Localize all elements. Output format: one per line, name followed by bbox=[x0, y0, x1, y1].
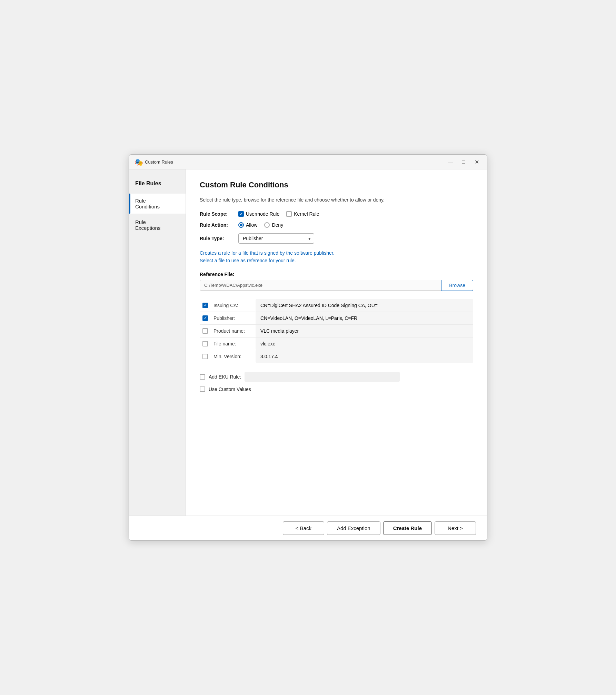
publisher-label: Publisher: bbox=[211, 312, 256, 324]
issuing-ca-label: Issuing CA: bbox=[211, 299, 256, 312]
allow-radio-item[interactable]: Allow bbox=[238, 222, 257, 228]
table-row: ✓ Min. Version: 3.0.17.4 bbox=[200, 350, 473, 363]
issuing-ca-checkbox[interactable]: ✓ bbox=[202, 303, 208, 308]
content-area: File Rules RuleConditions RuleExceptions… bbox=[129, 169, 487, 516]
app-icon: 🎭 bbox=[135, 158, 142, 166]
product-name-checkbox[interactable]: ✓ bbox=[202, 328, 208, 334]
product-name-label: Product name: bbox=[211, 324, 256, 337]
table-row: ✓ Product name: VLC media player bbox=[200, 324, 473, 337]
min-version-value: 3.0.17.4 bbox=[256, 350, 473, 363]
deny-radio-item[interactable]: Deny bbox=[264, 222, 283, 228]
usermode-label: Usermode Rule bbox=[246, 211, 279, 217]
rule-action-label: Rule Action: bbox=[200, 222, 234, 228]
rule-type-select[interactable]: Publisher Hash File Path bbox=[238, 233, 314, 244]
min-version-checkbox[interactable]: ✓ bbox=[202, 354, 208, 359]
sidebar-item-label: RuleExceptions bbox=[135, 219, 160, 231]
reference-file-label: Reference File: bbox=[200, 272, 473, 277]
back-button[interactable]: < Back bbox=[283, 521, 324, 535]
titlebar: 🎭 Custom Rules — □ ✕ bbox=[129, 155, 487, 169]
rule-action-radios: Allow Deny bbox=[238, 222, 283, 228]
table-row: ✓ Publisher: CN=VideoLAN, O=VideoLAN, L=… bbox=[200, 312, 473, 324]
publisher-check-cell[interactable]: ✓ bbox=[200, 312, 211, 324]
usermode-checkbox[interactable]: ✓ bbox=[238, 211, 244, 217]
add-eku-row: ✓ Add EKU Rule: bbox=[200, 372, 473, 382]
titlebar-controls: — □ ✕ bbox=[446, 158, 481, 166]
table-row: ✓ Issuing CA: CN=DigiCert SHA2 Assured I… bbox=[200, 299, 473, 312]
table-row: ✓ File name: vlc.exe bbox=[200, 337, 473, 350]
issuing-ca-value: CN=DigiCert SHA2 Assured ID Code Signing… bbox=[256, 299, 473, 312]
sidebar-item-rule-conditions[interactable]: RuleConditions bbox=[129, 194, 186, 214]
sidebar-item-rule-exceptions[interactable]: RuleExceptions bbox=[129, 215, 186, 235]
sidebar-section-title: File Rules bbox=[129, 178, 186, 192]
use-custom-checkbox[interactable]: ✓ bbox=[200, 386, 205, 392]
rule-type-row: Rule Type: Publisher Hash File Path ▾ bbox=[200, 233, 473, 244]
min-version-check-cell[interactable]: ✓ bbox=[200, 350, 211, 363]
sidebar: File Rules RuleConditions RuleExceptions bbox=[129, 169, 186, 516]
reference-file-input[interactable] bbox=[200, 280, 441, 291]
product-name-value: VLC media player bbox=[256, 324, 473, 337]
info-line1: Creates a rule for a file that is signed… bbox=[200, 250, 335, 256]
kernel-checkbox[interactable]: ✓ bbox=[286, 211, 292, 217]
add-exception-button[interactable]: Add Exception bbox=[327, 521, 380, 535]
reference-file-row: Browse bbox=[200, 280, 473, 291]
main-window: 🎭 Custom Rules — □ ✕ File Rules RuleCond… bbox=[129, 154, 487, 541]
info-line2: Select a file to use as reference for yo… bbox=[200, 258, 296, 263]
browse-button[interactable]: Browse bbox=[441, 280, 473, 291]
publisher-value: CN=VideoLAN, O=VideoLAN, L=Paris, C=FR bbox=[256, 312, 473, 324]
use-custom-label: Use Custom Values bbox=[209, 386, 251, 392]
usermode-checkmark: ✓ bbox=[240, 212, 243, 216]
close-button[interactable]: ✕ bbox=[472, 158, 481, 166]
file-name-checkbox[interactable]: ✓ bbox=[202, 341, 208, 346]
allow-label: Allow bbox=[246, 222, 257, 228]
minimize-button[interactable]: — bbox=[446, 158, 455, 166]
rule-scope-row: Rule Scope: ✓ Usermode Rule ✓ Kernel Rul… bbox=[200, 211, 473, 217]
maximize-button[interactable]: □ bbox=[459, 158, 468, 166]
add-eku-label: Add EKU Rule: bbox=[209, 374, 241, 380]
min-version-label: Min. Version: bbox=[211, 350, 256, 363]
rule-type-dropdown[interactable]: Publisher Hash File Path ▾ bbox=[238, 233, 314, 244]
add-eku-value-field bbox=[245, 372, 400, 382]
description-text: Select the rule type, browse for the ref… bbox=[200, 196, 473, 204]
file-name-check-cell[interactable]: ✓ bbox=[200, 337, 211, 350]
create-rule-button[interactable]: Create Rule bbox=[383, 521, 432, 535]
footer: < Back Add Exception Create Rule Next > bbox=[129, 516, 487, 540]
page-title: Custom Rule Conditions bbox=[200, 180, 473, 189]
use-custom-row: ✓ Use Custom Values bbox=[200, 386, 473, 392]
main-content: Custom Rule Conditions Select the rule t… bbox=[186, 169, 487, 516]
kernel-check-item[interactable]: ✓ Kernel Rule bbox=[286, 211, 319, 217]
product-name-check-cell[interactable]: ✓ bbox=[200, 324, 211, 337]
kernel-label: Kernel Rule bbox=[294, 211, 319, 217]
sidebar-item-label: RuleConditions bbox=[135, 198, 160, 209]
info-text: Creates a rule for a file that is signed… bbox=[200, 249, 473, 265]
deny-label: Deny bbox=[272, 222, 283, 228]
publisher-checkbox[interactable]: ✓ bbox=[202, 315, 208, 321]
allow-radio[interactable] bbox=[238, 222, 244, 228]
extra-checks: ✓ Add EKU Rule: ✓ Use Custom Values bbox=[200, 372, 473, 392]
usermode-check-item[interactable]: ✓ Usermode Rule bbox=[238, 211, 279, 217]
add-eku-checkbox[interactable]: ✓ bbox=[200, 374, 205, 380]
rule-action-row: Rule Action: Allow Deny bbox=[200, 222, 473, 228]
file-name-value: vlc.exe bbox=[256, 337, 473, 350]
next-button[interactable]: Next > bbox=[435, 521, 476, 535]
file-name-label: File name: bbox=[211, 337, 256, 350]
publisher-fields-table: ✓ Issuing CA: CN=DigiCert SHA2 Assured I… bbox=[200, 299, 473, 363]
rule-scope-label: Rule Scope: bbox=[200, 211, 234, 217]
window-title: Custom Rules bbox=[145, 159, 446, 165]
rule-type-label: Rule Type: bbox=[200, 236, 234, 241]
deny-radio[interactable] bbox=[264, 222, 270, 228]
issuing-ca-check-cell[interactable]: ✓ bbox=[200, 299, 211, 312]
rule-scope-checks: ✓ Usermode Rule ✓ Kernel Rule bbox=[238, 211, 319, 217]
